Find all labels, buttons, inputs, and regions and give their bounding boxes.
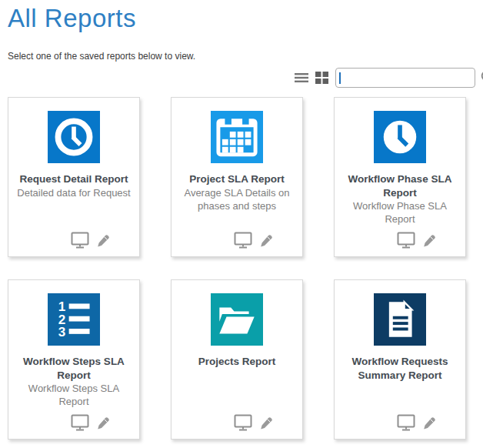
card-title: Workflow Requests Summary Report [335,355,465,382]
pencil-icon[interactable] [258,234,273,249]
report-card-projects[interactable]: Projects Report [171,279,303,440]
card-title: Workflow Steps SLA Report [8,355,139,382]
card-actions [397,232,436,249]
toolbar [8,67,475,88]
card-actions [71,232,110,249]
list-view-icon[interactable] [295,72,308,83]
svg-text:3: 3 [58,325,65,339]
card-title: Workflow Phase SLA Report [335,172,465,199]
pencil-icon[interactable] [95,234,110,249]
monitor-icon[interactable] [234,414,252,431]
monitor-icon[interactable] [71,232,89,249]
report-card-project-sla[interactable]: Project SLA Report Average SLA Details o… [171,97,303,257]
pencil-icon[interactable] [421,234,436,249]
all-reports-page: All Reports Select one of the saved repo… [0,0,483,440]
view-toggle [295,72,328,84]
pencil-icon[interactable] [421,416,436,431]
card-subtitle: Workflow Steps SLA Report [8,383,139,409]
clock-solid-icon [374,111,426,163]
numbered-list-icon: 1 2 3 [48,293,100,346]
monitor-icon[interactable] [71,414,89,431]
grid-view-icon[interactable] [315,72,328,84]
card-title: Project SLA Report [183,172,290,186]
search-box [335,68,475,88]
card-subtitle: Average SLA Details on phases and steps [172,187,302,213]
page-subtitle: Select one of the saved reports below to… [8,51,475,62]
card-actions [234,414,273,431]
monitor-icon[interactable] [397,414,415,431]
card-subtitle: Workflow Phase SLA Report [335,200,465,226]
text-caret [339,72,341,84]
card-subtitle: Detailed data for Request [12,187,135,200]
report-card-request-detail[interactable]: Request Detail Report Detailed data for … [8,97,140,257]
card-title: Projects Report [192,355,282,369]
monitor-icon[interactable] [234,232,252,249]
calendar-icon [211,111,263,163]
pencil-icon[interactable] [258,416,273,431]
card-actions [71,414,110,431]
card-title: Request Detail Report [13,172,134,186]
report-cards-grid: Request Detail Report Detailed data for … [8,97,475,440]
monitor-icon[interactable] [397,232,415,249]
card-actions [397,414,436,431]
folder-open-icon [211,293,263,346]
report-card-workflow-requests-summary[interactable]: Workflow Requests Summary Report [334,279,466,440]
card-actions [234,232,273,249]
report-card-workflow-steps-sla[interactable]: 1 2 3 Workflow Steps SLA Report Workflow… [8,279,140,440]
report-card-workflow-phase-sla[interactable]: Workflow Phase SLA Report Workflow Phase… [334,97,466,257]
pencil-icon[interactable] [95,416,110,431]
clock-ring-icon [48,111,100,163]
page-title: All Reports [8,5,475,32]
search-input[interactable] [336,69,481,87]
document-icon [374,293,426,346]
